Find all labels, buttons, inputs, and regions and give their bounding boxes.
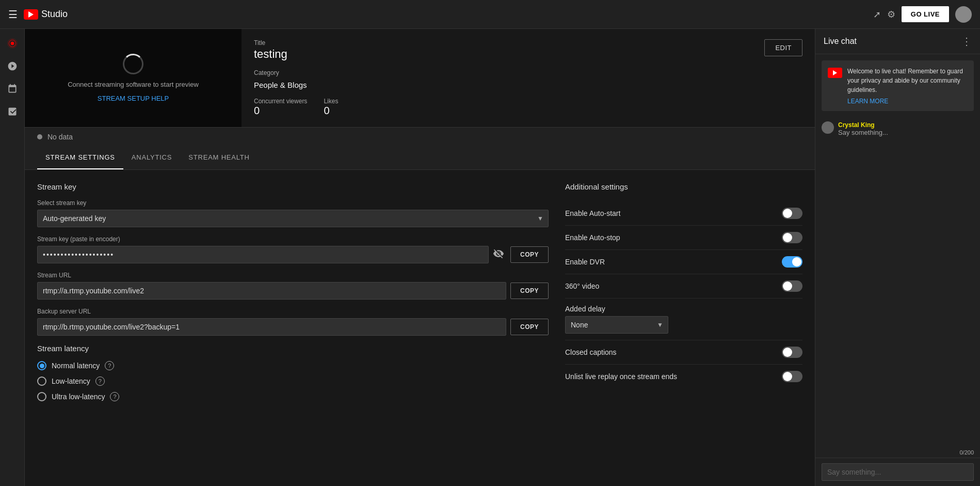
stream-url-input[interactable] xyxy=(37,282,506,300)
no-data-text: No data xyxy=(47,133,73,141)
category-value: People & Blogs xyxy=(254,81,802,89)
latency-low[interactable]: Low-latency ? xyxy=(37,377,549,386)
stream-key-section-title: Stream key xyxy=(37,182,549,191)
select-stream-key[interactable]: Auto-generated key Custom key xyxy=(37,210,549,227)
youtube-logo-icon xyxy=(24,9,38,20)
ultra-latency-help-icon[interactable]: ? xyxy=(110,392,119,401)
top-section: Connect streaming software to start prev… xyxy=(25,29,815,127)
viewers-label: Concurrent viewers xyxy=(254,98,307,105)
auto-start-knob xyxy=(783,209,792,218)
tabs-bar: STREAM SETTINGS ANALYTICS STREAM HEALTH xyxy=(25,146,815,170)
unlist-label: Unlist live replay once stream ends xyxy=(565,372,677,381)
settings-left: Stream key Select stream key Auto-genera… xyxy=(37,182,549,474)
main-layout: Connect streaming software to start prev… xyxy=(0,29,980,486)
menu-icon[interactable]: ☰ xyxy=(8,8,18,21)
chat-counter: 0/200 xyxy=(815,447,980,458)
stream-url-group: Stream URL COPY xyxy=(37,272,549,300)
latency-ultra-label: Ultra low-latency xyxy=(52,393,105,401)
copy-url-button[interactable]: COPY xyxy=(510,283,549,299)
settings-right: Additional settings Enable Auto-start En… xyxy=(565,182,802,474)
stream-info-panel: Title testing EDIT Category People & Blo… xyxy=(242,29,815,127)
dvr-knob xyxy=(792,257,801,266)
avatar[interactable] xyxy=(955,6,972,23)
radio-ultra-icon xyxy=(37,392,46,401)
auto-stop-toggle[interactable] xyxy=(782,232,802,243)
stream-latency-section: Stream latency Normal latency ? Low-late… xyxy=(37,344,549,401)
auto-start-row: Enable Auto-start xyxy=(565,201,802,226)
radio-normal-icon xyxy=(37,361,46,370)
delay-select[interactable]: None 5 seconds 10 seconds 30 seconds xyxy=(565,316,668,334)
tab-stream-settings[interactable]: STREAM SETTINGS xyxy=(37,146,123,169)
delay-row: Added delay None 5 seconds 10 seconds 30… xyxy=(565,299,802,340)
dvr-toggle[interactable] xyxy=(782,256,802,268)
360-toggle[interactable] xyxy=(782,280,802,292)
share-icon[interactable]: ➚ xyxy=(873,9,881,20)
chat-user-avatar xyxy=(822,121,834,134)
unlist-knob xyxy=(783,372,792,381)
edit-button[interactable]: EDIT xyxy=(764,39,802,56)
likes-label: Likes xyxy=(324,98,338,105)
auto-start-label: Enable Auto-start xyxy=(565,209,620,217)
chat-input[interactable] xyxy=(822,463,974,481)
chat-menu-icon[interactable]: ⋮ xyxy=(961,35,972,48)
backup-url-input[interactable] xyxy=(37,318,506,336)
video-preview: Connect streaming software to start prev… xyxy=(25,29,242,127)
likes-value: 0 xyxy=(324,105,338,117)
normal-latency-help-icon[interactable]: ? xyxy=(105,361,114,370)
logo[interactable]: Studio xyxy=(24,9,68,20)
unlist-toggle[interactable] xyxy=(782,371,802,382)
select-stream-key-group: Select stream key Auto-generated key Cus… xyxy=(37,199,549,227)
yt-logo-small-icon xyxy=(828,68,842,78)
chat-learn-more-link[interactable]: LEARN MORE xyxy=(847,98,968,105)
category-label: Category xyxy=(254,69,802,76)
select-stream-key-label: Select stream key xyxy=(37,199,549,207)
stream-setup-link[interactable]: STREAM SETUP HELP xyxy=(98,95,169,102)
chat-title: Live chat xyxy=(824,37,857,46)
tab-analytics[interactable]: ANALYTICS xyxy=(123,146,180,169)
copy-key-button[interactable]: COPY xyxy=(510,246,549,263)
auto-stop-label: Enable Auto-stop xyxy=(565,233,620,242)
unlist-row: Unlist live replay once stream ends xyxy=(565,365,802,388)
chat-message: Crystal King Say something... xyxy=(822,121,974,136)
visibility-toggle-icon[interactable] xyxy=(493,248,504,262)
latency-low-label: Low-latency xyxy=(52,377,90,385)
sidebar-item-live[interactable] xyxy=(2,33,23,54)
dvr-label: Enable DVR xyxy=(565,258,605,266)
sidebar-item-calendar[interactable] xyxy=(2,79,23,99)
copy-backup-button[interactable]: COPY xyxy=(510,319,549,335)
settings-content: Stream key Select stream key Auto-genera… xyxy=(25,170,815,486)
360-knob xyxy=(783,281,792,291)
auto-stop-row: Enable Auto-stop xyxy=(565,226,802,250)
svg-point-0 xyxy=(10,42,14,45)
stream-stats: Concurrent viewers 0 Likes 0 xyxy=(254,98,802,117)
latency-radio-group: Normal latency ? Low-latency ? Ultra low… xyxy=(37,361,549,401)
topbar: ☰ Studio ➚ ⚙ GO LIVE xyxy=(0,0,980,29)
tab-stream-health[interactable]: STREAM HEALTH xyxy=(180,146,258,169)
loading-spinner xyxy=(123,54,143,74)
stream-key-input[interactable] xyxy=(37,246,489,263)
auto-stop-knob xyxy=(783,233,792,242)
chat-welcome-text: Welcome to live chat! Remember to guard … xyxy=(847,68,963,93)
dvr-row: Enable DVR xyxy=(565,250,802,274)
no-data-dot xyxy=(37,134,42,139)
delay-select-wrapper: None 5 seconds 10 seconds 30 seconds ▼ xyxy=(565,316,668,334)
captions-toggle[interactable] xyxy=(782,347,802,358)
stream-latency-title: Stream latency xyxy=(37,344,549,353)
sidebar-item-analytics[interactable] xyxy=(2,101,23,122)
backup-url-label: Backup server URL xyxy=(37,308,549,315)
stream-key-input-row: COPY xyxy=(37,246,549,263)
latency-ultra-low[interactable]: Ultra low-latency ? xyxy=(37,392,549,401)
go-live-button[interactable]: GO LIVE xyxy=(902,6,949,22)
captions-knob xyxy=(783,348,792,357)
sidebar-item-camera[interactable] xyxy=(2,56,23,76)
captions-label: Closed captions xyxy=(565,348,617,356)
stream-key-label: Stream key (paste in encoder) xyxy=(37,236,549,243)
auto-start-toggle[interactable] xyxy=(782,208,802,219)
viewers-value: 0 xyxy=(254,105,307,117)
low-latency-help-icon[interactable]: ? xyxy=(95,377,105,386)
settings-icon[interactable]: ⚙ xyxy=(887,9,895,20)
360-label: 360° video xyxy=(565,282,599,290)
chat-header: Live chat ⋮ xyxy=(815,29,980,54)
latency-normal[interactable]: Normal latency ? xyxy=(37,361,549,370)
stream-url-input-row: COPY xyxy=(37,282,549,300)
